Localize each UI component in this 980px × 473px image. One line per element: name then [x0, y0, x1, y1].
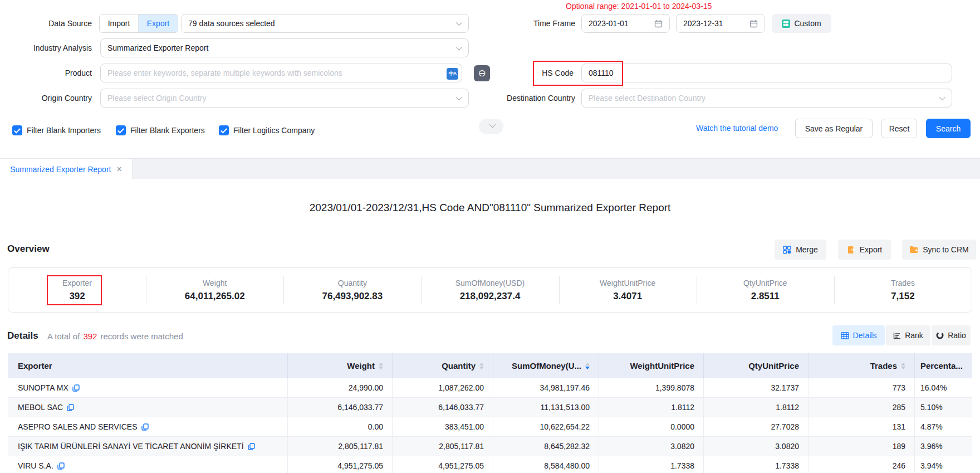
col-exporter[interactable]: Exporter	[8, 353, 288, 378]
col-label: Trades	[870, 361, 897, 370]
industry-analysis-value: Summarized Exporter Report	[107, 43, 208, 52]
exporter-cell: IŞIK TARIM ÜRÜNLERİ SANAYİ VE TİCARET AN…	[8, 437, 288, 456]
checkbox-checked-icon[interactable]	[12, 125, 22, 135]
weight-cell: 24,990.00	[288, 378, 393, 397]
close-icon[interactable]: ×	[116, 165, 121, 174]
stat-value: 7,152	[891, 291, 915, 302]
filter-logistics-company-checkbox[interactable]: Filter Logitics Company	[219, 124, 315, 137]
origin-country-select[interactable]: Please select Origin Country	[100, 89, 469, 108]
weight-unit-price-cell: 3.0820	[599, 437, 704, 456]
data-sources-select[interactable]: 79 data sources selected	[181, 14, 469, 33]
trades-cell: 189	[808, 437, 915, 456]
collapse-form-button[interactable]	[479, 119, 503, 134]
product-placeholder: Please enter keywords, separate multiple…	[107, 69, 342, 77]
col-weight-unit-price[interactable]: WeightUnitPrice	[599, 353, 704, 378]
copy-icon[interactable]	[72, 384, 80, 392]
origin-country-label: Origin Country	[0, 88, 92, 108]
sort-icon[interactable]	[901, 363, 905, 369]
destination-country-select[interactable]: Please select Destination Country	[581, 89, 952, 108]
percentage-cell: 4.87%	[915, 417, 972, 436]
tab-label: Summarized Exporter Report	[10, 165, 111, 174]
optional-range-note: Optional range: 2021-01-01 to 2024-03-15	[566, 2, 712, 11]
qty-unit-price-cell: 1.8112	[704, 398, 808, 417]
product-input[interactable]: Please enter keywords, separate multiple…	[100, 64, 462, 82]
checkbox-checked-icon[interactable]	[116, 125, 126, 135]
col-percentage[interactable]: Percenta...	[915, 353, 972, 378]
export-toggle[interactable]: Export	[139, 14, 178, 32]
stat-quantity: Quantity 76,493,902.83	[283, 268, 421, 312]
search-button[interactable]: Search	[926, 119, 971, 138]
weight-cell: 4,951,275.05	[288, 456, 393, 473]
export-label: Export	[860, 245, 882, 254]
hs-code-input[interactable]: 081110	[581, 64, 952, 82]
col-label: QtyUnitPrice	[748, 361, 799, 370]
chevron-down-icon	[489, 121, 496, 128]
sort-icon-active-desc[interactable]	[585, 363, 590, 369]
filter-blank-importers-checkbox[interactable]: Filter Blank Importers	[12, 124, 101, 137]
ratio-pie-icon	[936, 331, 944, 339]
table-row: ASEPRO SALES AND SERVICES 0.00 383,451.0…	[8, 417, 972, 437]
copy-icon[interactable]	[141, 423, 149, 431]
checkbox-checked-icon[interactable]	[219, 125, 229, 135]
sort-icon[interactable]	[379, 363, 383, 369]
reset-button[interactable]: Reset	[881, 119, 917, 138]
view-details-button[interactable]: Details	[832, 325, 885, 345]
sum-of-money-cell: 8,584,480.00	[493, 456, 599, 473]
tab-summarized-exporter-report[interactable]: Summarized Exporter Report ×	[0, 159, 133, 179]
stat-value: 2.8511	[751, 291, 780, 302]
summary-prefix: A total of	[47, 331, 80, 341]
destination-country-label: Destination Country	[492, 88, 575, 108]
report-title: 2023/01/01-2023/12/31,HS Code AND"081110…	[0, 202, 980, 214]
col-qty-unit-price[interactable]: QtyUnitPrice	[704, 353, 808, 378]
stat-label: Quantity	[338, 279, 367, 287]
col-weight[interactable]: Weight	[288, 353, 393, 378]
overview-panel: Exporter 392 Weight 64,011,265.02 Quanti…	[8, 267, 972, 313]
tutorial-link[interactable]: Watch the tutorial demo	[696, 124, 778, 133]
filter-blank-exporters-checkbox[interactable]: Filter Blank Exporters	[116, 124, 205, 137]
import-toggle[interactable]: Import	[100, 14, 139, 32]
qty-unit-price-cell: 27.7028	[704, 417, 808, 436]
col-sum-of-money[interactable]: SumOfMoney(U...	[493, 353, 599, 378]
custom-range-button[interactable]: Custom	[772, 14, 831, 33]
col-quantity[interactable]: Quantity	[393, 353, 493, 378]
col-trades[interactable]: Trades	[808, 353, 915, 378]
end-date-input[interactable]: 2023-12-31	[676, 14, 765, 33]
merge-button[interactable]: Merge	[775, 240, 826, 260]
save-as-regular-button[interactable]: Save as Regular	[795, 119, 873, 138]
view-rank-label: Rank	[905, 331, 923, 340]
time-frame-label: Time Frame	[520, 13, 575, 33]
stat-value: 392	[69, 291, 85, 302]
trades-cell: 246	[808, 456, 915, 473]
exporter-name[interactable]: SUNOPTA MX	[18, 383, 68, 392]
copy-icon[interactable]	[67, 404, 74, 411]
quantity-cell: 1,087,262.00	[393, 378, 493, 397]
export-button[interactable]: Export	[838, 240, 891, 260]
percentage-cell: 3.96%	[915, 437, 972, 456]
sync-to-crm-button[interactable]: Sync to CRM	[902, 240, 976, 260]
merge-icon	[783, 246, 791, 254]
summary-count: 392	[80, 331, 100, 341]
exporter-name[interactable]: VIRU S.A.	[18, 461, 53, 470]
data-sources-value: 79 data sources selected	[188, 19, 275, 28]
sort-icon[interactable]	[479, 363, 484, 369]
copy-icon[interactable]	[57, 462, 65, 470]
start-date-input[interactable]: 2023-01-01	[581, 14, 670, 33]
stat-weight: Weight 64,011,265.02	[146, 268, 283, 312]
exporter-name[interactable]: MEBOL SAC	[18, 403, 63, 412]
stat-value: 76,493,902.83	[322, 291, 383, 302]
stat-weight-unit-price: WeightUnitPrice 3.4071	[559, 268, 697, 312]
exporter-cell: MEBOL SAC	[8, 398, 288, 417]
copy-icon[interactable]	[248, 443, 255, 450]
qty-unit-price-cell: 1.7338	[704, 456, 808, 473]
hs-code-value: 081110	[589, 69, 614, 77]
exporter-name[interactable]: ASEPRO SALES AND SERVICES	[18, 422, 138, 431]
translate-icon[interactable]: 中A	[447, 68, 458, 80]
view-rank-button[interactable]: Rank	[886, 325, 930, 345]
exporter-name[interactable]: IŞIK TARIM ÜRÜNLERİ SANAYİ VE TİCARET AN…	[18, 442, 244, 451]
industry-analysis-select[interactable]: Summarized Exporter Report	[100, 38, 469, 57]
import-export-toggle: Import Export	[99, 14, 178, 33]
view-ratio-button[interactable]: Ratio	[932, 325, 971, 345]
stat-value: 218,092,237.4	[460, 291, 521, 302]
exclude-keywords-icon[interactable]: ⊖	[474, 65, 490, 81]
custom-label: Custom	[794, 19, 821, 28]
